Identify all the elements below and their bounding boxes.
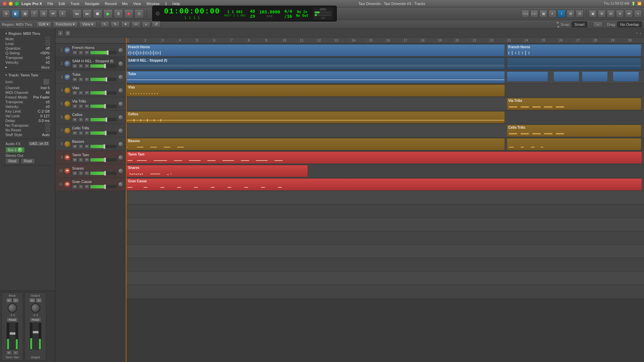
- show-browser[interactable]: ⊞: [567, 10, 575, 18]
- track-icon-9[interactable]: 🥁: [64, 154, 71, 161]
- track-icon-11[interactable]: 🥁: [64, 181, 71, 188]
- track-record-5[interactable]: [118, 101, 123, 107]
- clip-french-horns-2[interactable]: French Horns: [507, 44, 642, 56]
- track3-r[interactable]: R: [84, 77, 90, 82]
- menu-record[interactable]: Record: [105, 2, 116, 6]
- toolbar-tempo[interactable]: ⇕: [58, 10, 66, 18]
- track3-volume[interactable]: [90, 78, 117, 81]
- clip-tuba-1[interactable]: Tuba: [126, 71, 505, 83]
- strip1-s-btn[interactable]: S: [13, 298, 19, 303]
- track-icon-10[interactable]: 🥁: [64, 168, 71, 174]
- add-track-button[interactable]: +: [57, 30, 63, 36]
- track-record-2[interactable]: [118, 61, 123, 66]
- strip1-pan-knob[interactable]: [8, 303, 17, 313]
- track-lane-empty-6[interactable]: [126, 258, 644, 272]
- clip-basses-2[interactable]: [507, 138, 642, 150]
- track8-volume[interactable]: [90, 145, 117, 148]
- region-title[interactable]: Region: MIDI Thru: [5, 32, 50, 36]
- track-lane-8[interactable]: Basses: [126, 137, 644, 151]
- loop-checkbox[interactable]: [46, 42, 50, 46]
- track-icon-1[interactable]: 🎺: [64, 47, 71, 54]
- strip1-fader-handle[interactable]: [9, 332, 16, 335]
- clip-samhrel-2[interactable]: [507, 58, 642, 70]
- track9-r[interactable]: R: [84, 158, 90, 162]
- track6-s[interactable]: S: [78, 117, 84, 122]
- track-velocity-val[interactable]: ±0: [46, 105, 50, 109]
- track-record-11[interactable]: [118, 182, 123, 187]
- tool-scissors[interactable]: ✂: [131, 21, 141, 27]
- toolbar-extra5[interactable]: ≋: [616, 10, 624, 18]
- strip1-m-bottom[interactable]: M: [6, 350, 12, 355]
- menu-file[interactable]: File: [47, 2, 53, 6]
- transport-gear[interactable]: ⚙: [155, 10, 160, 17]
- track9-s[interactable]: S: [78, 158, 84, 162]
- track-record-10[interactable]: [118, 168, 123, 174]
- track-lane-empty-4[interactable]: [126, 231, 644, 245]
- track-lane-11[interactable]: Gran Casse: [126, 178, 644, 191]
- track-record-9[interactable]: [118, 155, 123, 160]
- track-lane-empty-7[interactable]: [126, 272, 644, 285]
- track-lane-10[interactable]: Snares: [126, 164, 644, 178]
- track-icon-5[interactable]: 🎻: [64, 101, 71, 107]
- ruler[interactable]: 1234567891011121314151617181920212223242…: [126, 38, 644, 44]
- menu-1[interactable]: 1: [165, 2, 167, 6]
- clip-tamn-tam[interactable]: Tamn Tam: [126, 152, 642, 164]
- toolbar-browsers[interactable]: ⊟: [40, 10, 48, 18]
- quantize-val[interactable]: off: [46, 46, 50, 50]
- loop-toolbar[interactable]: ↺: [152, 21, 161, 27]
- tool-eraser[interactable]: ✦: [121, 21, 130, 27]
- track7-volume[interactable]: [90, 131, 117, 135]
- clip-tuba-4[interactable]: [582, 71, 608, 81]
- track8-r[interactable]: R: [84, 144, 90, 149]
- track-record-8[interactable]: [118, 141, 123, 147]
- delay-val[interactable]: 0.0 ms: [39, 119, 50, 123]
- clip-french-horns-1[interactable]: French Horns: [126, 44, 505, 56]
- fast-forward-button[interactable]: ⏭: [83, 9, 92, 18]
- show-inspector[interactable]: i: [557, 10, 566, 18]
- track11-volume[interactable]: [90, 185, 117, 188]
- menu-window[interactable]: Window: [147, 2, 160, 6]
- track-icon-8[interactable]: 🎻: [64, 141, 71, 147]
- menu-bar[interactable]: File Edit Track Navigate Record Mix View…: [47, 2, 180, 6]
- audio-fx-plugin[interactable]: UAD...ve 33: [28, 141, 50, 146]
- track7-r[interactable]: R: [84, 131, 90, 135]
- menu-edit[interactable]: Edit: [59, 2, 65, 6]
- track2-s[interactable]: S: [78, 64, 84, 68]
- track4-s[interactable]: S: [78, 90, 84, 95]
- clip-tuba-3[interactable]: [553, 71, 579, 81]
- track-icon-7[interactable]: 🎻: [64, 127, 71, 134]
- track-icon-3[interactable]: 🎺: [64, 74, 71, 80]
- track-icon-4[interactable]: 🎻: [64, 87, 71, 94]
- toolbar-smart-controls[interactable]: ◧: [11, 10, 19, 18]
- zoom-horizontal[interactable]: ↔: [593, 21, 603, 27]
- track10-s[interactable]: S: [78, 171, 84, 176]
- track-lane-1[interactable]: French Horns: [126, 44, 644, 57]
- mute-checkbox[interactable]: [46, 37, 50, 41]
- toolbar-extra3[interactable]: ⊞: [598, 10, 606, 18]
- track6-r[interactable]: R: [84, 117, 90, 122]
- show-library[interactable]: ▦: [539, 10, 547, 18]
- track-lane-empty-1[interactable]: [126, 191, 644, 204]
- track10-m[interactable]: M: [72, 171, 77, 176]
- track9-m[interactable]: M: [72, 158, 77, 162]
- track-lane-3[interactable]: Tuba: [126, 70, 644, 84]
- read-btn2[interactable]: Read: [21, 158, 35, 164]
- track8-m[interactable]: M: [72, 144, 77, 149]
- track1-m[interactable]: M: [72, 50, 77, 55]
- clip-cello-trills[interactable]: Cello Trills: [507, 125, 642, 137]
- play-button[interactable]: ▶: [103, 9, 113, 18]
- no-transpose-checkbox[interactable]: [46, 123, 50, 127]
- qswing-val[interactable]: +50%: [40, 51, 50, 55]
- strip1-read[interactable]: Read: [6, 317, 18, 322]
- track3-s[interactable]: S: [78, 77, 84, 82]
- track-record-7[interactable]: [118, 128, 123, 133]
- staff-val[interactable]: Auto: [42, 133, 50, 137]
- edit-menu[interactable]: Edit: [36, 21, 52, 27]
- clip-vla-trills[interactable]: Vla Trills: [507, 98, 642, 110]
- clip-snares[interactable]: Snares: [126, 165, 308, 177]
- track2-m[interactable]: M: [72, 64, 77, 68]
- track-record-6[interactable]: [118, 115, 123, 120]
- drag-value[interactable]: No Overlap: [617, 21, 642, 27]
- forward-library[interactable]: ▷▷: [530, 10, 538, 18]
- track3-m[interactable]: M: [72, 77, 77, 82]
